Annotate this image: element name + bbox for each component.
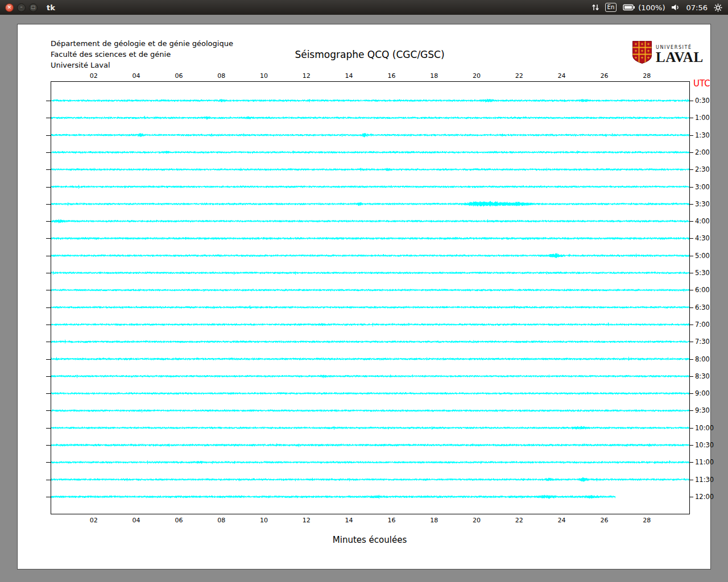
utc-time-label: 1:30 bbox=[695, 131, 710, 139]
utc-time-label: 5:00 bbox=[695, 252, 710, 260]
x-axis-title: Minutes écoulées bbox=[51, 535, 689, 545]
right-tick bbox=[690, 376, 693, 377]
right-tick bbox=[690, 410, 693, 411]
left-tick bbox=[46, 187, 51, 188]
x-tick-label: 28 bbox=[638, 517, 655, 524]
right-tick bbox=[690, 169, 693, 170]
right-tick bbox=[690, 118, 693, 118]
right-tick bbox=[690, 187, 693, 188]
page-title: Séismographe QCQ (CGC/GSC) bbox=[51, 49, 689, 60]
seismogram-canvas bbox=[51, 82, 689, 514]
utc-time-label: 9:30 bbox=[695, 406, 710, 414]
left-tick bbox=[46, 359, 51, 360]
battery-percent: (100%) bbox=[638, 3, 665, 12]
left-tick bbox=[46, 135, 51, 136]
right-tick bbox=[690, 273, 693, 273]
left-tick bbox=[46, 497, 51, 497]
x-tick-label: 24 bbox=[553, 72, 570, 80]
plot-area bbox=[51, 81, 690, 514]
x-tick-label: 20 bbox=[468, 72, 485, 80]
left-tick bbox=[46, 101, 51, 101]
x-tick-label: 14 bbox=[341, 72, 358, 80]
laval-logo-text: UNIVERSITÉ LAVAL bbox=[656, 45, 704, 64]
x-tick-label: 18 bbox=[425, 72, 442, 80]
right-tick bbox=[690, 135, 693, 136]
maximize-button[interactable]: □ bbox=[29, 3, 38, 12]
utc-time-label: 3:00 bbox=[695, 183, 710, 191]
left-tick bbox=[46, 307, 51, 308]
x-tick-label: 26 bbox=[595, 517, 613, 524]
right-tick bbox=[690, 325, 693, 325]
utc-time-label: 3:30 bbox=[695, 200, 710, 208]
left-tick bbox=[46, 256, 51, 256]
right-tick bbox=[690, 101, 693, 101]
utc-time-label: 11:00 bbox=[695, 458, 714, 466]
x-tick-label: 16 bbox=[383, 72, 400, 80]
utc-time-label: 10:30 bbox=[695, 441, 714, 449]
x-tick-label: 18 bbox=[425, 517, 442, 524]
right-tick bbox=[690, 238, 693, 239]
utc-time-label: 6:30 bbox=[695, 304, 710, 311]
left-tick bbox=[46, 273, 51, 273]
logo-laval: LAVAL bbox=[656, 51, 704, 64]
utc-time-label: 10:00 bbox=[695, 424, 714, 432]
x-tick-label: 14 bbox=[341, 517, 358, 524]
utc-time-label: 7:00 bbox=[695, 321, 710, 329]
utc-time-label: 2:00 bbox=[695, 148, 710, 156]
left-tick bbox=[46, 445, 51, 446]
right-tick bbox=[690, 307, 693, 308]
left-tick bbox=[46, 376, 51, 377]
utc-time-label: 8:30 bbox=[695, 372, 710, 380]
clock[interactable]: 07:56 bbox=[686, 3, 708, 12]
utc-time-label: 1:00 bbox=[695, 114, 710, 122]
updown-arrows-icon[interactable] bbox=[592, 3, 599, 11]
right-tick bbox=[690, 393, 693, 394]
left-tick bbox=[46, 325, 51, 325]
tk-window: Département de géologie et de génie géol… bbox=[17, 24, 711, 569]
right-tick bbox=[690, 428, 693, 429]
window-controls: ✕ – □ bbox=[5, 3, 38, 12]
x-tick-label: 04 bbox=[128, 517, 145, 524]
left-tick bbox=[46, 462, 51, 463]
dept-line-3: Université Laval bbox=[51, 60, 233, 70]
left-tick bbox=[46, 290, 51, 290]
utc-time-label: 12:00 bbox=[695, 493, 714, 501]
dept-line-1: Département de géologie et de génie géol… bbox=[51, 38, 233, 49]
x-tick-label: 24 bbox=[553, 517, 570, 524]
right-tick bbox=[690, 256, 693, 256]
right-tick bbox=[690, 359, 693, 360]
system-tray: En (100%) 07:56 bbox=[592, 3, 722, 12]
x-tick-label: 12 bbox=[298, 72, 315, 80]
battery-indicator[interactable]: (100%) bbox=[623, 3, 665, 12]
x-tick-label: 22 bbox=[511, 517, 528, 524]
right-tick bbox=[690, 221, 693, 222]
battery-icon bbox=[623, 4, 635, 11]
close-button[interactable]: ✕ bbox=[5, 3, 14, 12]
x-tick-label: 10 bbox=[255, 72, 272, 80]
x-tick-label: 08 bbox=[213, 517, 230, 524]
right-tick bbox=[690, 290, 693, 290]
right-tick bbox=[690, 342, 693, 342]
minimize-button[interactable]: – bbox=[17, 3, 26, 12]
x-tick-label: 06 bbox=[170, 517, 187, 524]
left-tick bbox=[46, 204, 51, 205]
utc-time-label: 4:30 bbox=[695, 234, 710, 242]
left-tick bbox=[46, 428, 51, 429]
keyboard-layout-indicator[interactable]: En bbox=[605, 3, 617, 12]
volume-icon[interactable] bbox=[672, 4, 680, 11]
left-tick bbox=[46, 342, 51, 342]
x-tick-label: 02 bbox=[85, 72, 102, 80]
x-tick-label: 12 bbox=[298, 517, 315, 524]
right-tick bbox=[690, 204, 693, 205]
left-tick bbox=[46, 393, 51, 394]
right-tick bbox=[690, 152, 693, 153]
left-tick bbox=[46, 221, 51, 222]
gear-icon[interactable] bbox=[714, 3, 722, 12]
utc-label: UTC bbox=[693, 78, 710, 89]
laval-logo: UNIVERSITÉ LAVAL bbox=[632, 40, 704, 64]
laval-shield-icon bbox=[632, 40, 652, 64]
utc-time-label: 5:30 bbox=[695, 269, 710, 277]
utc-time-label: 0:30 bbox=[695, 97, 710, 105]
utc-time-label: 9:00 bbox=[695, 389, 710, 397]
utc-time-label: 11:30 bbox=[695, 476, 714, 484]
